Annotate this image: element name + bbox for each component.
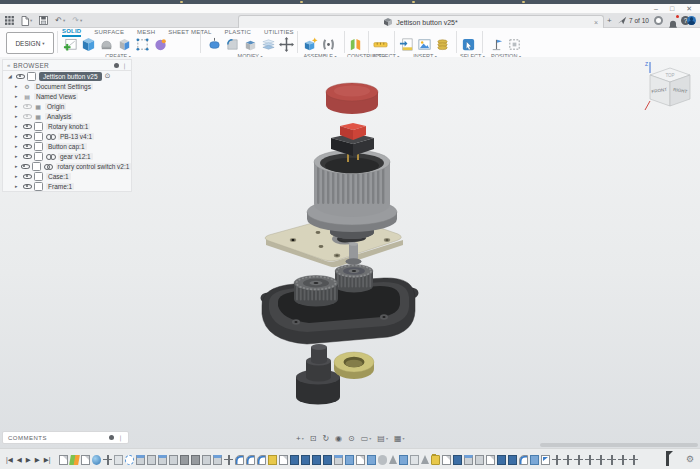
tab-close-icon[interactable]: × — [594, 19, 598, 26]
collapse-panel-icon[interactable]: « — [7, 62, 10, 68]
coil-tool[interactable] — [152, 36, 168, 52]
form-tool[interactable] — [98, 36, 114, 52]
browser-header[interactable]: « BROWSER ❘ — [3, 60, 131, 71]
timeline-feature-doc[interactable] — [114, 455, 123, 465]
part-output-shaft[interactable] — [296, 344, 340, 405]
timeline-feature-pattern[interactable] — [125, 455, 134, 465]
panel-handle-icon[interactable]: ❘ — [122, 62, 127, 69]
create-sketch-tool[interactable] — [62, 36, 78, 52]
extrude-tool[interactable] — [80, 36, 96, 52]
close-button[interactable]: ✕ — [686, 4, 692, 13]
comments-handle-icon[interactable]: ❘ — [118, 434, 123, 441]
timeline-feature-doc[interactable] — [410, 455, 419, 465]
app-grid-icon[interactable] — [5, 16, 14, 25]
timeline-playhead[interactable] — [666, 451, 669, 466]
browser-item[interactable]: ▸⚙Document Settings — [3, 81, 131, 91]
browser-item[interactable]: ▸Rotary knob:1 — [3, 121, 131, 131]
revert-position-tool[interactable] — [506, 36, 522, 52]
part-spacer-ring[interactable] — [334, 352, 374, 379]
browser-item[interactable]: ▸rotary control switch v2:1 — [3, 161, 131, 171]
expand-icon[interactable]: ▸ — [15, 93, 20, 99]
construct-plane-tool[interactable] — [347, 36, 363, 52]
timeline-feature-tri[interactable] — [389, 455, 397, 464]
measure-tool[interactable] — [372, 36, 388, 52]
expand-icon[interactable]: ▸ — [15, 173, 20, 179]
timeline-feature-plus[interactable] — [596, 455, 605, 465]
part-rotary-knob[interactable] — [307, 150, 397, 242]
save-icon[interactable] — [39, 16, 48, 25]
file-menu-icon[interactable]: ▾ — [21, 16, 32, 26]
workspace-selector[interactable]: DESIGN ▾ — [6, 32, 54, 54]
timeline-feature-plus[interactable] — [629, 455, 638, 465]
select-tool[interactable] — [460, 36, 476, 52]
timeline-feature-folder[interactable] — [431, 455, 440, 465]
pan-icon[interactable]: +▾ — [296, 434, 304, 443]
timeline-feature-boxb[interactable] — [158, 455, 167, 465]
activate-radio-icon[interactable]: ⊙ — [105, 72, 111, 80]
timeline-feature-joint[interactable] — [323, 455, 332, 465]
timeline-feature-plus[interactable] — [563, 455, 572, 465]
view-cube[interactable]: Z TOP FRONT RIGHT — [642, 60, 698, 122]
timeline-feature-joint[interactable] — [453, 455, 462, 465]
timeline-feature-move[interactable] — [103, 455, 112, 465]
grid-and-snaps-icon[interactable]: ▤▾ — [377, 434, 388, 443]
timeline-feature-joint[interactable] — [497, 455, 506, 465]
revolve-tool[interactable] — [116, 36, 132, 52]
comments-bar[interactable]: COMMENTS ❘ — [2, 431, 129, 444]
user-avatar[interactable] — [687, 16, 696, 25]
timeline-feature-sketch[interactable] — [279, 455, 288, 465]
expand-icon[interactable]: ◢ — [8, 73, 13, 79]
new-tab-button[interactable]: + — [607, 16, 612, 25]
look-at-icon[interactable]: ◉ — [335, 434, 342, 443]
timeline-feature-plus[interactable] — [607, 455, 616, 465]
redo-icon[interactable]: ↷▾ — [72, 16, 82, 25]
undo-icon[interactable]: ↶▾ — [55, 16, 65, 25]
expand-icon[interactable]: ▸ — [15, 103, 20, 109]
browser-root-item[interactable]: ◢ Jettison button v25 ⊙ — [3, 71, 131, 81]
expand-icon[interactable]: ▸ — [15, 83, 20, 89]
ribbon-tab-surface[interactable]: SURFACE — [94, 29, 124, 36]
browser-item[interactable]: ▸▦Analysis — [3, 111, 131, 121]
timeline-feature-tri[interactable] — [421, 455, 429, 464]
ribbon-tab-utilities[interactable]: UTILITIES — [264, 29, 294, 36]
visibility-eye-icon[interactable] — [23, 152, 31, 160]
visibility-eye-icon[interactable] — [23, 122, 31, 130]
timeline-feature-plus[interactable] — [552, 455, 561, 465]
capture-position-tool[interactable] — [488, 36, 504, 52]
sketch-points-tool[interactable] — [134, 36, 150, 52]
viewports-icon[interactable]: ▦▾ — [394, 434, 405, 443]
trial-badge[interactable]: 7 of 10 — [618, 16, 649, 25]
offset-face-tool[interactable] — [260, 36, 276, 52]
maximize-button[interactable]: □ — [670, 4, 674, 13]
insert-mcmaster-tool[interactable] — [434, 36, 450, 52]
visibility-eye-icon[interactable] — [23, 112, 31, 120]
document-tab[interactable]: Jettison button v25* × — [238, 15, 604, 28]
timeline-feature-box[interactable] — [169, 455, 178, 465]
timeline-feature-move[interactable] — [224, 455, 233, 465]
new-component-tool[interactable] — [302, 36, 318, 52]
timeline-feature-boxb[interactable] — [213, 455, 222, 465]
visibility-eye-icon[interactable] — [23, 182, 31, 190]
skip-to-start-icon[interactable]: |◀ — [6, 456, 13, 464]
timeline-feature-blue[interactable] — [345, 455, 354, 465]
timeline-feature-box[interactable] — [475, 455, 484, 465]
browser-item[interactable]: ▸▦Origin — [3, 101, 131, 111]
minimize-button[interactable]: – — [654, 4, 658, 13]
timeline-feature-hole[interactable] — [268, 455, 277, 465]
orbit-icon[interactable]: ↻ — [322, 434, 329, 443]
timeline-feature-boxb[interactable] — [334, 455, 343, 465]
skip-to-end-icon[interactable]: ▶| — [44, 456, 51, 464]
timeline-feature-sketch[interactable] — [486, 455, 495, 465]
step-back-icon[interactable]: ◀ — [17, 456, 22, 464]
visibility-eye-icon[interactable] — [21, 162, 29, 170]
browser-item[interactable]: ▸Button cap:1 — [3, 141, 131, 151]
browser-item[interactable]: ▸gear v12:1 — [3, 151, 131, 161]
part-gear-small[interactable] — [294, 276, 338, 307]
ribbon-tab-mesh[interactable]: MESH — [137, 29, 155, 36]
expand-icon[interactable]: ▸ — [15, 133, 20, 139]
expand-icon[interactable]: ▸ — [15, 183, 20, 189]
timeline-feature-blue[interactable] — [399, 455, 408, 465]
expand-icon[interactable]: ▸ — [15, 123, 20, 129]
timeline-feature-sketch[interactable] — [442, 455, 451, 465]
timeline-feature-boxb[interactable] — [464, 455, 473, 465]
